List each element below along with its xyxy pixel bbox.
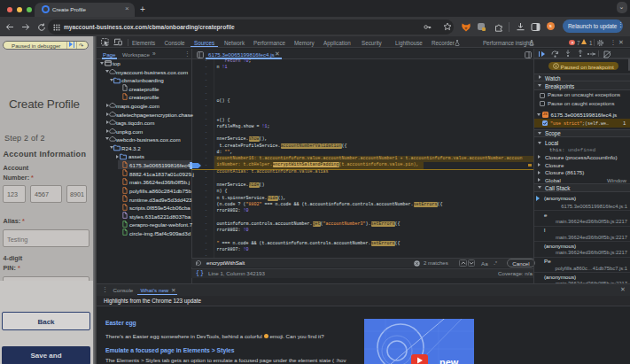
svg-text:new: new <box>439 357 459 364</box>
